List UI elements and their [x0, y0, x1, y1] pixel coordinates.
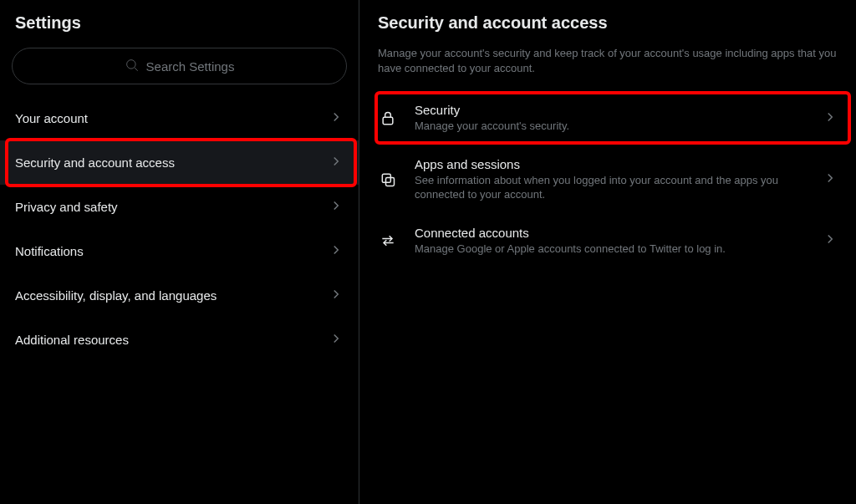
chevron-right-icon	[823, 232, 838, 250]
lock-icon	[378, 110, 398, 127]
chevron-right-icon	[329, 331, 344, 349]
sidebar-item-label: Security and account access	[15, 155, 175, 170]
row-text: Connected accounts Manage Google or Appl…	[415, 226, 806, 257]
row-wrap-security: Security Manage your account's security.	[359, 91, 856, 145]
sidebar-item-your-account[interactable]: Your account	[0, 96, 359, 140]
apps-icon	[378, 171, 398, 188]
row-text: Security Manage your account's security.	[415, 103, 806, 134]
section-description: Manage your account's security and keep …	[359, 41, 856, 91]
search-placeholder: Search Settings	[146, 59, 235, 74]
svg-rect-2	[383, 117, 393, 124]
row-security[interactable]: Security Manage your account's security.	[359, 91, 856, 145]
row-title: Connected accounts	[415, 226, 806, 240]
chevron-right-icon	[329, 242, 344, 260]
page-title: Settings	[0, 0, 359, 48]
main-panel: Security and account access Manage your …	[359, 0, 856, 504]
chevron-right-icon	[823, 109, 838, 128]
sidebar-item-notifications[interactable]: Notifications	[0, 229, 359, 273]
settings-sidebar: Settings Search Settings Your account Se…	[0, 0, 359, 504]
svg-line-1	[135, 68, 138, 71]
search-input[interactable]: Search Settings	[12, 48, 347, 84]
sidebar-item-additional-resources[interactable]: Additional resources	[0, 318, 359, 362]
row-subtitle: Manage your account's security.	[415, 119, 806, 134]
row-subtitle: Manage Google or Apple accounts connecte…	[415, 242, 806, 257]
search-wrap: Search Settings	[0, 48, 359, 96]
sidebar-item-privacy-and-safety[interactable]: Privacy and safety	[0, 185, 359, 229]
chevron-right-icon	[823, 171, 838, 189]
chevron-right-icon	[329, 109, 344, 127]
row-text: Apps and sessions See information about …	[415, 157, 806, 202]
row-apps-and-sessions[interactable]: Apps and sessions See information about …	[359, 145, 856, 214]
sidebar-item-accessibility-display-languages[interactable]: Accessibility, display, and languages	[0, 273, 359, 318]
row-subtitle: See information about when you logged in…	[415, 173, 806, 202]
swap-icon	[378, 232, 398, 249]
sidebar-item-label: Notifications	[15, 244, 84, 258]
sidebar-item-security-and-account-access[interactable]: Security and account access	[0, 140, 359, 185]
nav-list: Your account Security and account access…	[0, 96, 359, 362]
chevron-right-icon	[329, 154, 344, 171]
sidebar-item-label: Privacy and safety	[15, 200, 118, 214]
chevron-right-icon	[329, 198, 344, 216]
row-title: Security	[415, 103, 806, 117]
sidebar-item-label: Additional resources	[15, 333, 129, 347]
chevron-right-icon	[329, 287, 344, 304]
svg-point-0	[126, 59, 135, 69]
sidebar-item-label: Your account	[15, 111, 88, 125]
search-icon	[125, 58, 140, 75]
row-connected-accounts[interactable]: Connected accounts Manage Google or Appl…	[359, 214, 856, 268]
section-title: Security and account access	[359, 0, 856, 41]
row-title: Apps and sessions	[415, 157, 806, 171]
sidebar-item-label: Accessibility, display, and languages	[15, 288, 217, 303]
